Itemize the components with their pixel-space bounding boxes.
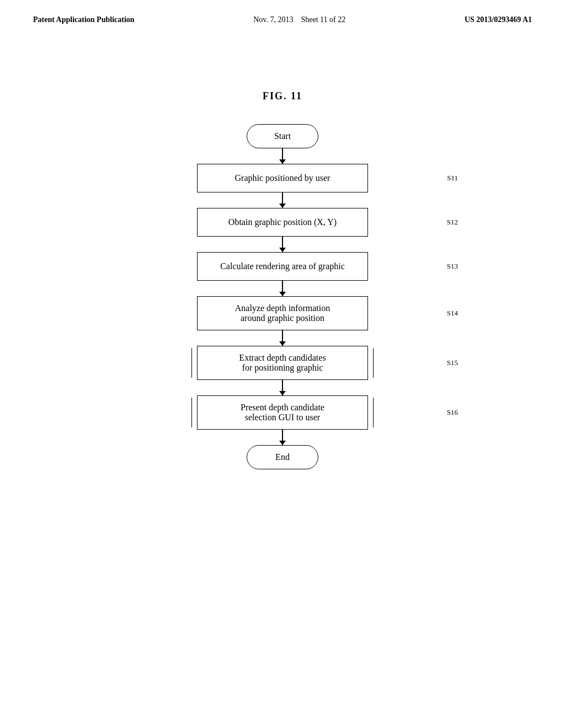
figure-title: FIG. 11 — [0, 90, 565, 102]
step-s15-wrapper: Extract depth candidates for positioning… — [191, 346, 374, 380]
arrow-5 — [282, 330, 283, 346]
sheet-number: Sheet 11 of 22 — [301, 15, 345, 24]
step-s16-label: S16 — [447, 408, 458, 417]
step-s12-label: S12 — [447, 218, 458, 227]
step-s14-label: S14 — [447, 309, 458, 318]
start-oval: Start — [247, 124, 318, 148]
step-s15-text: Extract depth candidates for positioning… — [239, 353, 326, 373]
step-s16-text: Present depth candidate selection GUI to… — [241, 403, 324, 422]
header-publication-label: Patent Application Publication — [33, 15, 135, 24]
arrow-2 — [282, 192, 283, 208]
page-header: Patent Application Publication Nov. 7, 2… — [0, 0, 565, 24]
step-s16-row: Present depth candidate selection GUI to… — [145, 395, 420, 430]
step-s14-box: Analyze depth information around graphic… — [197, 296, 368, 330]
s16-left-border — [191, 398, 193, 427]
step-s11-box: Graphic positioned by user — [197, 164, 368, 192]
arrow-7 — [282, 430, 283, 445]
step-s15-box: Extract depth candidates for positioning… — [197, 346, 368, 380]
arrow-4 — [282, 281, 283, 296]
step-s12-row: Obtain graphic position (X, Y) S12 — [145, 208, 420, 237]
step-s14-row: Analyze depth information around graphic… — [145, 296, 420, 330]
step-s15-label: S15 — [447, 358, 458, 367]
step-s11-row: Graphic positioned by user S11 — [145, 164, 420, 192]
arrow-6 — [282, 380, 283, 395]
step-s13-label: S13 — [447, 262, 458, 271]
step-s13-row: Calculate rendering area of graphic S13 — [145, 252, 420, 281]
step-s12-text: Obtain graphic position (X, Y) — [228, 217, 337, 227]
end-oval: End — [247, 445, 318, 469]
s15-right-border — [372, 348, 374, 378]
header-date: Nov. 7, 2013 Sheet 11 of 22 — [253, 15, 345, 24]
step-s14-text: Analyze depth information around graphic… — [235, 303, 330, 323]
step-s12-box: Obtain graphic position (X, Y) — [197, 208, 368, 237]
step-s11-label: S11 — [447, 174, 458, 183]
header-patent-number: US 2013/0293469 A1 — [465, 15, 532, 24]
s16-right-border — [372, 398, 374, 427]
step-s13-text: Calculate rendering area of graphic — [220, 261, 345, 271]
step-s13-box: Calculate rendering area of graphic — [197, 252, 368, 281]
flowchart-diagram: Start Graphic positioned by user S11 Obt… — [0, 124, 565, 469]
start-node-row: Start — [145, 124, 420, 148]
step-s16-wrapper: Present depth candidate selection GUI to… — [191, 395, 374, 430]
step-s16-box: Present depth candidate selection GUI to… — [197, 395, 368, 430]
arrow-1 — [282, 148, 283, 164]
step-s15-row: Extract depth candidates for positioning… — [145, 346, 420, 380]
end-node-row: End — [145, 445, 420, 469]
arrow-3 — [282, 237, 283, 252]
s15-left-border — [191, 348, 193, 378]
step-s11-text: Graphic positioned by user — [235, 173, 331, 183]
